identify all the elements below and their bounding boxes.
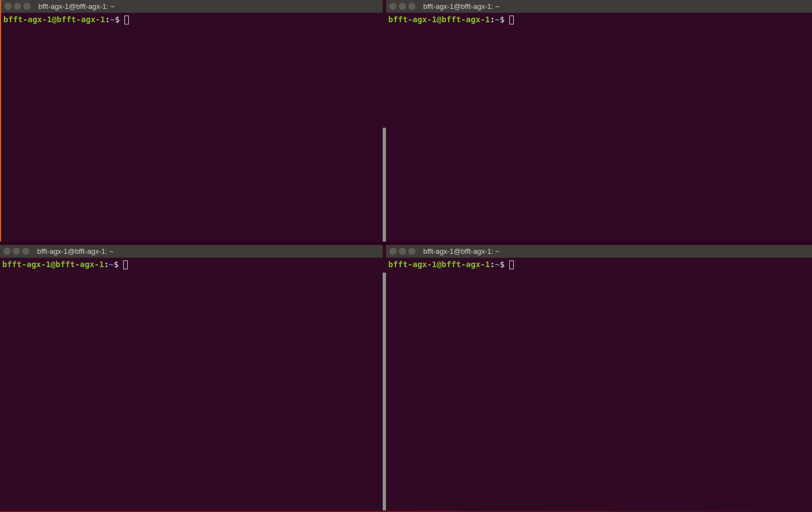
terminal-pane-top-right[interactable]: bfft-agx-1@bfft-agx-1: ~ bfft-agx-1@bfft… [386,0,812,242]
prompt-colon: : [490,259,495,270]
minimize-icon[interactable] [14,3,21,10]
prompt-dollar: $ [500,259,505,270]
prompt-colon: : [490,14,495,26]
window-title: bfft-agx-1@bfft-agx-1: ~ [423,2,499,11]
prompt-path: ~ [495,14,500,26]
prompt-path: ~ [495,259,500,270]
prompt-dollar: $ [114,259,119,270]
close-icon[interactable] [3,248,11,255]
pane-divider-vertical-bottom[interactable] [383,245,386,512]
window-title: bfft-agx-1@bfft-agx-1: ~ [37,247,113,255]
prompt-dollar: $ [500,14,505,26]
prompt-path: ~ [110,14,115,26]
prompt-dollar: $ [115,14,120,26]
minimize-icon[interactable] [399,3,406,10]
prompt-path: ~ [109,259,114,270]
minimize-icon[interactable] [13,248,20,255]
minimize-icon[interactable] [399,248,406,255]
prompt-line[interactable]: bfft-agx-1@bfft-agx-1:~$ [2,259,380,270]
window-title: bfft-agx-1@bfft-agx-1: ~ [423,247,499,255]
window-title: bfft-agx-1@bfft-agx-1: ~ [38,2,114,11]
titlebar[interactable]: bfft-agx-1@bfft-agx-1: ~ [386,245,812,258]
titlebar[interactable]: bfft-agx-1@bfft-agx-1: ~ [386,0,812,13]
cursor-icon [123,260,128,269]
pane-divider-vertical-top[interactable] [383,0,386,242]
terminal-body[interactable]: bfft-agx-1@bfft-agx-1:~$ [386,13,812,242]
prompt-user: bfft-agx-1@bfft-agx-1 [2,259,104,270]
cursor-icon [509,16,514,24]
terminal-pane-bottom-right[interactable]: bfft-agx-1@bfft-agx-1: ~ bfft-agx-1@bfft… [386,245,812,512]
terminal-body[interactable]: bfft-agx-1@bfft-agx-1:~$ [0,258,383,512]
prompt-colon: : [104,259,109,270]
terminal-body[interactable]: bfft-agx-1@bfft-agx-1:~$ [1,13,383,242]
terminal-pane-top-left[interactable]: bfft-agx-1@bfft-agx-1: ~ bfft-agx-1@bfft… [0,0,383,242]
terminal-body[interactable]: bfft-agx-1@bfft-agx-1:~$ [386,258,812,512]
maximize-icon[interactable] [22,248,29,255]
prompt-user: bfft-agx-1@bfft-agx-1 [388,14,490,26]
prompt-line[interactable]: bfft-agx-1@bfft-agx-1:~$ [3,14,380,26]
prompt-line[interactable]: bfft-agx-1@bfft-agx-1:~$ [388,14,810,26]
terminal-pane-bottom-left[interactable]: bfft-agx-1@bfft-agx-1: ~ bfft-agx-1@bfft… [0,245,383,512]
maximize-icon[interactable] [23,3,31,10]
titlebar[interactable]: bfft-agx-1@bfft-agx-1: ~ [0,245,383,258]
titlebar[interactable]: bfft-agx-1@bfft-agx-1: ~ [1,0,383,13]
prompt-user: bfft-agx-1@bfft-agx-1 [3,14,105,26]
prompt-colon: : [105,14,110,26]
close-icon[interactable] [389,248,397,255]
cursor-icon [509,260,514,269]
maximize-icon[interactable] [408,248,415,255]
cursor-icon [124,16,129,24]
close-icon[interactable] [389,3,397,10]
close-icon[interactable] [4,3,12,10]
prompt-line[interactable]: bfft-agx-1@bfft-agx-1:~$ [388,259,810,270]
prompt-user: bfft-agx-1@bfft-agx-1 [388,259,490,270]
maximize-icon[interactable] [408,3,415,10]
